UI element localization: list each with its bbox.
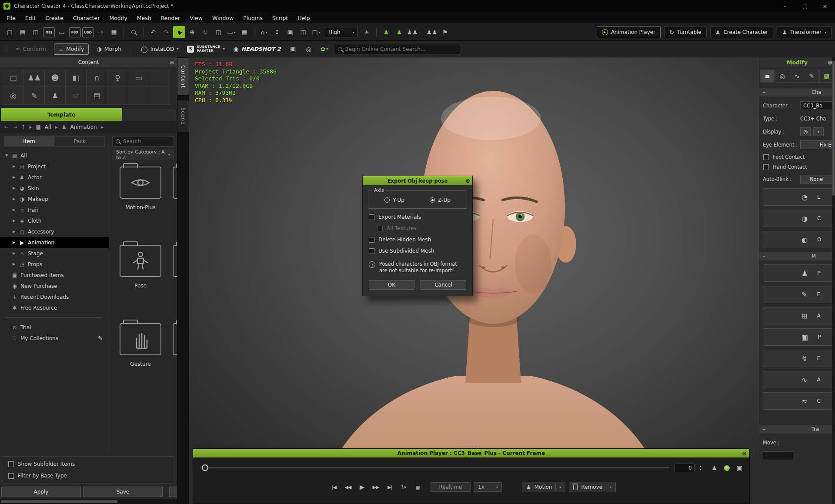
folder-card-clipped[interactable] [173,167,177,199]
dialog-close-icon[interactable]: ⊗ [465,177,470,184]
filter-base-type-checkbox[interactable]: Filter by Base Type [8,473,169,479]
cat-eye-icon[interactable]: ◎ [3,87,24,105]
online-search-input[interactable] [345,46,457,52]
tab-item[interactable]: Item [4,136,54,147]
render-image-button[interactable]: ▭ [56,26,68,38]
modify-mode-button[interactable]: ≡ Modify [54,43,89,55]
menu-view[interactable]: View [185,12,207,23]
tab-template[interactable]: Template [1,108,122,121]
expand-icon[interactable]: ▶ [12,219,16,223]
section-middle[interactable]: – M [759,252,835,260]
select-tool-button[interactable] [173,26,185,38]
expand-icon[interactable]: ▶ [12,208,16,212]
cat-outfit-icon[interactable]: ◧ [65,69,87,87]
tab-pack[interactable]: Pack [54,136,105,147]
cat-hair-icon[interactable]: ∩ [86,69,107,87]
play-button[interactable]: ▶ [357,482,367,492]
minimize-icon[interactable]: – [775,0,795,12]
clipped-button[interactable] [169,487,177,497]
speed-dropdown[interactable]: 1x ▾ [474,482,502,492]
menu-edit[interactable]: Edit [20,12,40,23]
lighting-button[interactable]: ☀ [361,26,373,38]
menu-mesh[interactable]: Mesh [132,12,156,23]
show-subfolder-checkbox[interactable]: Show Subfolder Items [8,461,169,467]
tree-item-accessory[interactable]: ▶○Accessory [0,226,109,237]
show-avatar-alt-button[interactable]: ♟ [393,26,405,38]
tree-item-new-purchase[interactable]: ◉New Purchase [0,280,109,291]
edit-collections-icon[interactable]: ✎ [98,335,103,341]
expand-icon[interactable]: ▼ [4,154,9,157]
close-panel-icon[interactable]: ⊗ [170,59,174,66]
modify-row-button-5[interactable]: ↯E [763,350,835,367]
export-fbx-button[interactable]: FBX [69,26,81,38]
export-usd-button[interactable]: USD [82,26,94,38]
radio-z-up[interactable]: Z-Up [430,197,451,203]
folder-card-clipped[interactable] [173,323,177,355]
menu-modify[interactable]: Modify [104,12,132,23]
maximize-icon[interactable]: ▢ [795,0,815,12]
modify-action-button-2[interactable]: ◑ C [763,210,835,227]
cat-edit-avatar-icon[interactable]: ✎ [23,87,45,105]
move-x-input[interactable] [763,451,793,460]
spin-up-icon[interactable]: ▴ [700,465,701,468]
remove-dropdown[interactable]: Remove ▾ [569,482,616,492]
tree-item-project[interactable]: ▶▤Project [0,161,109,172]
cat-mask-icon[interactable]: ☻ [44,69,66,87]
breadcrumb-root[interactable]: All [45,124,51,130]
expand-icon[interactable]: ▶ [12,230,16,234]
cat-monitor-icon[interactable]: ▭ [128,69,149,87]
tab-bone[interactable]: ◎ [775,70,789,83]
folder-card-pose[interactable]: Pose [114,245,167,323]
tree-item-actor[interactable]: ▶♟Actor [0,172,109,183]
collapse-icon[interactable]: – [763,426,765,432]
frame-counter[interactable]: 0 [675,464,695,472]
ok-button[interactable]: OK [369,280,414,290]
tree-item-hair[interactable]: ▶∩Hair [0,204,109,215]
open-project-button[interactable]: ▤ [17,26,29,38]
collapse-icon[interactable]: – [763,89,765,95]
modify-row-button-4[interactable]: ▣P [763,328,835,346]
create-character-button[interactable]: ♟ Create Character [710,26,774,38]
tree-item-cloth[interactable]: ▶◈Cloth [0,215,109,226]
tree-item-all[interactable]: ▼▦All [0,150,109,161]
quality-dropdown[interactable]: High▾ [325,27,358,37]
foot-contact-checkbox[interactable]: Foot Contact [763,154,835,160]
tab-custom[interactable] [123,109,176,121]
animation-player-button[interactable]: ▶ Animation Player [597,26,661,38]
fix-eye-button[interactable]: Fix Eye [800,140,835,149]
step-forward-button[interactable]: ▶▶ [371,482,381,492]
expand-icon[interactable]: ▶ [12,240,16,244]
show-avatar-button[interactable]: ♟ [380,26,392,38]
menu-help[interactable]: Help [293,12,315,23]
tree-item-makeup[interactable]: ▶◑Makeup [0,194,109,204]
show-all-button[interactable]: ♟♟ [406,26,418,38]
breadcrumb-current[interactable]: Animation [70,124,97,130]
scrollbar-thumb[interactable] [832,61,835,196]
conform-mode-button[interactable]: ≈ Conform [11,43,50,55]
frame-spinner[interactable]: ▴ ▾ [700,465,701,471]
menu-render[interactable]: Render [156,12,185,23]
character-pair-button[interactable]: ♟♟ [426,26,438,38]
tree-item-recent-downloads[interactable]: ↓Recent Downloads [0,291,109,302]
timeline-track[interactable] [200,467,669,468]
drag-grip-icon[interactable]: ∷ [4,46,8,52]
expand-icon[interactable]: ▶ [12,164,16,168]
snap-button[interactable]: ▦ [238,26,250,38]
morph-mode-button[interactable]: ◑ Morph [92,43,126,55]
scrollbar-thumb[interactable] [1,500,117,503]
tab-attribute[interactable]: ≡ [760,70,775,83]
expand-icon[interactable]: ▶ [12,251,16,255]
zoom-tool-button[interactable] [127,26,140,38]
expand-icon[interactable]: ▶ [12,186,16,190]
apply-button[interactable]: Apply [1,487,81,497]
cat-figure-icon[interactable]: ♟ [44,87,66,105]
step-back-button[interactable]: ◀◀ [343,482,353,492]
use-subdivided-mesh-checkbox[interactable]: Use Subdivided Mesh [369,248,466,254]
up-folder-icon[interactable]: ↑ [21,124,25,130]
tree-item-animation[interactable]: ▶▶Animation [0,237,109,248]
online-content-search[interactable] [334,44,461,54]
tree-item-free-resource[interactable]: ✱Free Resource [0,302,109,313]
rotate-tool-button[interactable]: ↻ [199,26,211,38]
menu-plugins[interactable]: Plugins [238,12,267,23]
tab-motion[interactable]: ∿ [790,70,804,83]
